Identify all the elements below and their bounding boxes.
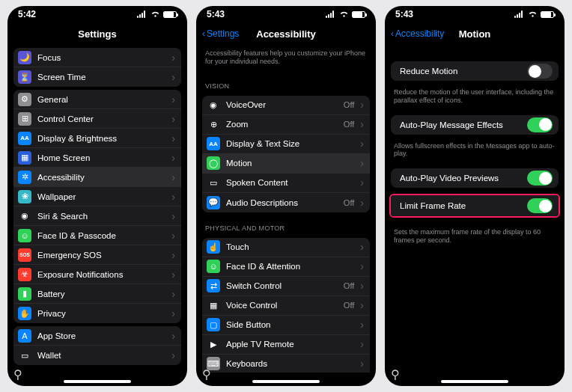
home-indicator[interactable] — [64, 380, 131, 383]
phone-motion: 5:43 ‹ Accessibility Motion Reduce Motio… — [385, 6, 565, 386]
row-label: Focus — [37, 53, 165, 62]
row-general[interactable]: ⚙︎General› — [13, 90, 181, 109]
cellular-icon — [326, 10, 336, 18]
cellular-icon — [137, 10, 147, 18]
row-icon: ✋ — [18, 307, 31, 320]
row-wallet[interactable]: ▭Wallet› — [13, 346, 181, 365]
highlighted-row: Limit Frame Rate — [389, 194, 560, 218]
row-icon: ▶ — [207, 337, 220, 351]
row-face-id-attention[interactable]: ☺Face ID & Attention› — [202, 257, 370, 277]
row-face-id-passcode[interactable]: ☺Face ID & Passcode› — [13, 226, 181, 245]
row-label: Display & Brightness — [37, 134, 165, 143]
row-label: Accessibility — [37, 173, 165, 182]
page-title: Motion — [459, 28, 491, 40]
status-time: 5:43 — [207, 9, 225, 19]
row-motion[interactable]: ◯Motion› — [202, 154, 370, 174]
row-reduce-motion[interactable]: Reduce Motion — [391, 61, 559, 81]
row-label: Screen Time — [37, 73, 165, 82]
row-wallpaper[interactable]: ❀Wallpaper› — [13, 187, 181, 206]
chevron-right-icon: › — [360, 157, 364, 169]
row-label: Reduce Motion — [400, 67, 521, 76]
toggle-switch[interactable] — [527, 64, 553, 79]
wifi-icon — [339, 10, 349, 18]
row-icon: ⊞ — [18, 112, 31, 126]
chevron-right-icon: › — [171, 71, 175, 83]
motion-list[interactable]: Reduce MotionReduce the motion of the us… — [385, 45, 565, 373]
back-label: Accessibility — [395, 28, 444, 39]
row-spoken-content[interactable]: ▭Spoken Content› — [202, 174, 370, 193]
row-side-button[interactable]: ▢Side Button› — [202, 316, 370, 335]
row-icon: ☝ — [207, 240, 220, 254]
row-label: Siri & Search — [37, 212, 165, 221]
page-title: Accessibility — [256, 28, 316, 40]
row-apple-tv-remote[interactable]: ▶Apple TV Remote› — [202, 335, 370, 355]
home-indicator[interactable] — [252, 380, 320, 383]
row-label: Face ID & Attention — [226, 262, 354, 271]
row-label: Wallpaper — [37, 192, 165, 201]
row-voiceover[interactable]: ◉VoiceOverOff› — [202, 96, 370, 115]
row-auto-play-message-effects[interactable]: Auto-Play Message Effects — [391, 115, 559, 135]
row-privacy[interactable]: ✋Privacy› — [13, 304, 181, 323]
settings-group: Auto-Play Video Previews — [391, 168, 559, 188]
chevron-right-icon: › — [171, 230, 175, 242]
row-icon: ☣ — [18, 268, 31, 281]
row-accessibility[interactable]: ✲Accessibility› — [13, 168, 181, 187]
row-keyboards[interactable]: ⌨Keyboards› — [202, 355, 370, 373]
magnifier-icon[interactable]: ⚲ — [13, 367, 22, 382]
chevron-right-icon: › — [171, 52, 175, 64]
chevron-right-icon: › — [360, 197, 364, 209]
row-audio-descriptions[interactable]: 💬Audio DescriptionsOff› — [202, 193, 370, 212]
toggle-switch[interactable] — [527, 171, 553, 186]
back-button[interactable]: ‹ Settings — [202, 28, 239, 39]
status-icons — [326, 10, 365, 18]
magnifier-icon[interactable]: ⚲ — [202, 367, 211, 382]
row-battery[interactable]: ▮Battery› — [13, 284, 181, 304]
row-value: Off — [344, 281, 354, 290]
home-indicator[interactable] — [441, 380, 508, 383]
toggle-switch[interactable] — [527, 198, 553, 213]
row-zoom[interactable]: ⊕ZoomOff› — [202, 115, 370, 135]
row-touch[interactable]: ☝Touch› — [202, 238, 370, 257]
row-label: Apple TV Remote — [226, 340, 354, 349]
phone-accessibility: 5:43 ‹ Settings Accessibility Accessibil… — [196, 6, 376, 386]
row-label: Zoom — [226, 120, 338, 129]
row-value: Off — [344, 198, 354, 207]
section-header: VISION — [196, 73, 376, 93]
row-switch-control[interactable]: ⇄Switch ControlOff› — [202, 277, 370, 296]
row-icon: ▦ — [18, 151, 31, 165]
row-siri-search[interactable]: ◉Siri & Search› — [13, 206, 181, 226]
back-button[interactable]: ‹ Accessibility — [391, 28, 444, 39]
chevron-right-icon: › — [360, 260, 364, 272]
battery-icon — [541, 11, 554, 18]
row-emergency-sos[interactable]: SOSEmergency SOS› — [13, 245, 181, 265]
magnifier-icon[interactable]: ⚲ — [391, 367, 400, 382]
row-voice-control[interactable]: ▦Voice ControlOff› — [202, 296, 370, 316]
row-icon: ▭ — [18, 349, 31, 362]
row-label: Exposure Notifications — [37, 270, 165, 279]
settings-list[interactable]: 🌙Focus›⏳Screen Time›⚙︎General›⊞Control C… — [7, 45, 187, 373]
row-app-store[interactable]: AApp Store› — [13, 326, 181, 346]
accessibility-list[interactable]: Accessibility features help you customiz… — [196, 45, 376, 373]
row-home-screen[interactable]: ▦Home Screen› — [13, 148, 181, 168]
row-description: Reduce the motion of the user interface,… — [385, 84, 565, 112]
toggle-switch[interactable] — [527, 117, 553, 132]
row-label: Spoken Content — [226, 178, 354, 187]
row-label: Motion — [226, 159, 354, 168]
row-auto-play-video-previews[interactable]: Auto-Play Video Previews — [391, 168, 559, 188]
row-label: Audio Descriptions — [226, 198, 338, 207]
status-icons — [514, 10, 554, 18]
row-label: Switch Control — [226, 281, 338, 290]
row-exposure-notifications[interactable]: ☣Exposure Notifications› — [13, 265, 181, 284]
row-focus[interactable]: 🌙Focus› — [13, 48, 181, 67]
row-limit-frame-rate[interactable]: Limit Frame Rate — [391, 195, 559, 216]
row-display-brightness[interactable]: AADisplay & Brightness› — [13, 129, 181, 148]
row-control-center[interactable]: ⊞Control Center› — [13, 109, 181, 129]
chevron-right-icon: › — [360, 280, 364, 292]
settings-group: 🌙Focus›⏳Screen Time› — [13, 48, 181, 87]
row-icon: ✲ — [18, 171, 31, 184]
row-label: Privacy — [37, 309, 165, 318]
row-display-text-size[interactable]: AADisplay & Text Size› — [202, 135, 370, 154]
status-bar: 5:43 — [196, 6, 376, 22]
row-screen-time[interactable]: ⏳Screen Time› — [13, 67, 181, 87]
row-label: Limit Frame Rate — [400, 201, 521, 210]
